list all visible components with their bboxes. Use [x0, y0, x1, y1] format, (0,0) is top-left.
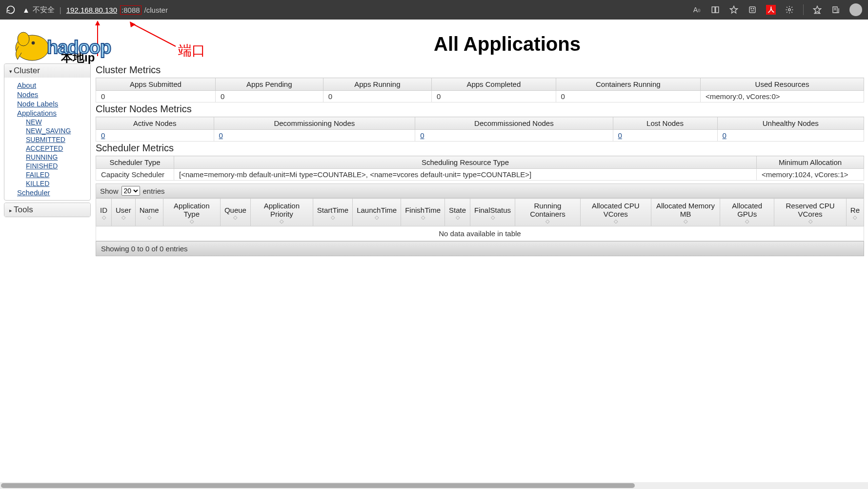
th-apps-col-5[interactable]: Application Priority◇ — [250, 199, 313, 226]
nav-app-new-saving[interactable]: NEW_SAVING — [4, 126, 90, 135]
profile-avatar[interactable] — [849, 3, 862, 16]
datatable-info: Showing 0 to 0 of 0 entries — [96, 241, 864, 256]
th-scheduler-type[interactable]: Scheduler Type — [96, 156, 174, 169]
nav-scheduler[interactable]: Scheduler — [4, 188, 90, 197]
svg-point-5 — [788, 9, 791, 11]
svg-point-16 — [32, 41, 35, 44]
svg-point-15 — [18, 32, 29, 46]
th-apps-running[interactable]: Apps Running — [323, 78, 431, 91]
th-active-nodes[interactable]: Active Nodes — [96, 117, 214, 130]
screenshot-icon[interactable] — [747, 5, 757, 15]
nodes-metrics-table: Active Nodes Decommissioning Nodes Decom… — [96, 117, 864, 142]
th-apps-col-7[interactable]: LaunchTime◇ — [353, 199, 401, 226]
svg-rect-1 — [716, 7, 719, 13]
url-path: /cluster — [144, 6, 168, 14]
svg-point-3 — [751, 8, 752, 9]
applications-table: ID◇User◇Name◇Application Type◇Queue◇Appl… — [96, 198, 864, 241]
favorite-icon[interactable] — [729, 5, 739, 15]
scheduler-metrics-table: Scheduler Type Scheduling Resource Type … — [96, 156, 864, 181]
th-apps-col-13[interactable]: Allocated Memory MB◇ — [651, 199, 720, 226]
nav-app-submitted[interactable]: SUBMITTED — [4, 135, 90, 144]
th-apps-col-14[interactable]: Allocated GPUs◇ — [720, 199, 774, 226]
th-apps-col-0[interactable]: ID◇ — [96, 199, 112, 226]
favorites-bar-icon[interactable] — [812, 5, 822, 15]
svg-rect-2 — [749, 7, 755, 13]
nav-applications[interactable]: Applications — [4, 108, 90, 118]
th-apps-pending[interactable]: Apps Pending — [215, 78, 323, 91]
th-apps-col-12[interactable]: Allocated CPU VCores◇ — [580, 199, 651, 226]
extensions-icon[interactable] — [785, 5, 794, 15]
page-size-select[interactable]: 20 — [121, 186, 140, 196]
show-label: Show — [100, 187, 119, 195]
th-apps-col-3[interactable]: Application Type◇ — [163, 199, 220, 226]
decommissioning-nodes-link[interactable]: 0 — [219, 131, 223, 140]
th-apps-col-10[interactable]: FinalStatus◇ — [470, 199, 515, 226]
main-content: Cluster Metrics Apps Submitted Apps Pend… — [96, 63, 864, 256]
lost-nodes-link[interactable]: 0 — [618, 131, 622, 140]
th-apps-col-16[interactable]: Re◇ — [846, 199, 864, 226]
sidebar: Cluster About Nodes Node Labels Applicat… — [4, 63, 91, 219]
pdf-icon[interactable]: 人 — [766, 5, 776, 15]
th-unhealthy-nodes[interactable]: Unhealthy Nodes — [717, 117, 864, 130]
sidebar-section-cluster[interactable]: Cluster — [4, 64, 90, 78]
decommissioned-nodes-link[interactable]: 0 — [420, 131, 424, 140]
th-decommissioning-nodes[interactable]: Decommissioning Nodes — [214, 117, 415, 130]
th-used-resources[interactable]: Used Resources — [701, 78, 864, 91]
th-apps-col-8[interactable]: FinishTime◇ — [401, 199, 445, 226]
cluster-metrics-table: Apps Submitted Apps Pending Apps Running… — [96, 78, 864, 102]
hadoop-logo[interactable]: hadoop — [9, 24, 155, 63]
entries-label: entries — [143, 187, 165, 195]
insecure-icon: ▲ — [22, 6, 30, 14]
nav-about[interactable]: About — [4, 81, 90, 90]
th-apps-col-11[interactable]: Running Containers◇ — [515, 199, 581, 226]
th-apps-col-15[interactable]: Reserved CPU VCores◇ — [774, 199, 846, 226]
th-apps-col-6[interactable]: StartTime◇ — [313, 199, 352, 226]
th-lost-nodes[interactable]: Lost Nodes — [613, 117, 717, 130]
th-containers-running[interactable]: Containers Running — [556, 78, 700, 91]
reload-icon[interactable] — [6, 5, 16, 15]
nav-app-failed[interactable]: FAILED — [4, 170, 90, 179]
insecure-label: 不安全 — [33, 5, 55, 15]
read-aloud-icon[interactable]: A)) — [692, 5, 702, 15]
nav-app-killed[interactable]: KILLED — [4, 179, 90, 188]
url-ip: 192.168.80.130 — [66, 6, 117, 14]
svg-text:hadoop: hadoop — [47, 37, 111, 58]
url-bar[interactable]: ▲ 不安全 | 192.168.80.130:8088/cluster — [22, 5, 168, 15]
nav-nodes[interactable]: Nodes — [4, 90, 90, 99]
th-apps-col-4[interactable]: Queue◇ — [220, 199, 250, 226]
nav-node-labels[interactable]: Node Labels — [4, 99, 90, 108]
nav-app-accepted[interactable]: ACCEPTED — [4, 144, 90, 153]
th-decommissioned-nodes[interactable]: Decommissioned Nodes — [415, 117, 613, 130]
active-nodes-link[interactable]: 0 — [101, 131, 105, 140]
sidebar-section-tools[interactable]: Tools — [4, 203, 90, 217]
svg-point-4 — [753, 8, 754, 9]
th-apps-col-9[interactable]: State◇ — [444, 199, 470, 226]
browser-chrome: ▲ 不安全 | 192.168.80.130:8088/cluster A)) … — [0, 0, 868, 20]
url-port: :8088 — [120, 5, 141, 15]
th-minimum-allocation[interactable]: Minimum Allocation — [757, 156, 864, 169]
heading-scheduler-metrics: Scheduler Metrics — [96, 143, 864, 154]
nav-app-finished[interactable]: FINISHED — [4, 162, 90, 170]
page-title: All Applications — [155, 33, 859, 55]
split-screen-icon[interactable] — [710, 5, 720, 15]
datatable-length-control: Show 20 entries — [96, 183, 864, 198]
th-apps-completed[interactable]: Apps Completed — [432, 78, 556, 91]
unhealthy-nodes-link[interactable]: 0 — [723, 131, 727, 140]
svg-rect-0 — [712, 7, 715, 13]
nav-app-running[interactable]: RUNNING — [4, 153, 90, 162]
heading-nodes-metrics: Cluster Nodes Metrics — [96, 103, 864, 115]
th-apps-col-2[interactable]: Name◇ — [135, 199, 163, 226]
th-apps-submitted[interactable]: Apps Submitted — [96, 78, 216, 91]
heading-cluster-metrics: Cluster Metrics — [96, 64, 864, 76]
empty-table-text: No data available in table — [96, 226, 864, 241]
nav-app-new[interactable]: NEW — [4, 118, 90, 126]
th-apps-col-1[interactable]: User◇ — [112, 199, 136, 226]
th-scheduling-resource-type[interactable]: Scheduling Resource Type — [174, 156, 757, 169]
collections-icon[interactable] — [831, 5, 841, 15]
